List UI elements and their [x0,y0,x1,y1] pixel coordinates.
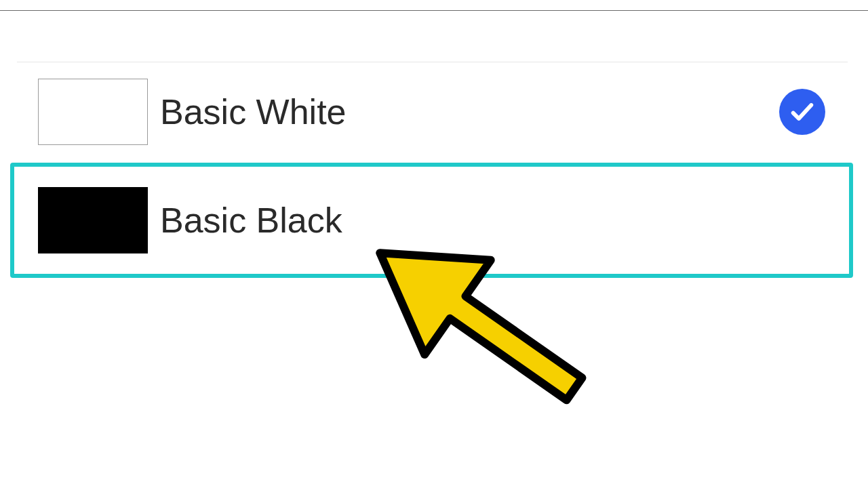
option-label: Basic White [160,92,779,132]
top-border [0,10,868,11]
swatch-black [38,187,148,253]
checkmark-icon [779,89,825,135]
option-label: Basic Black [160,200,825,241]
swatch-white [38,79,148,145]
color-option-basic-black[interactable]: Basic Black [10,163,853,278]
color-option-basic-white[interactable]: Basic White [10,54,853,169]
